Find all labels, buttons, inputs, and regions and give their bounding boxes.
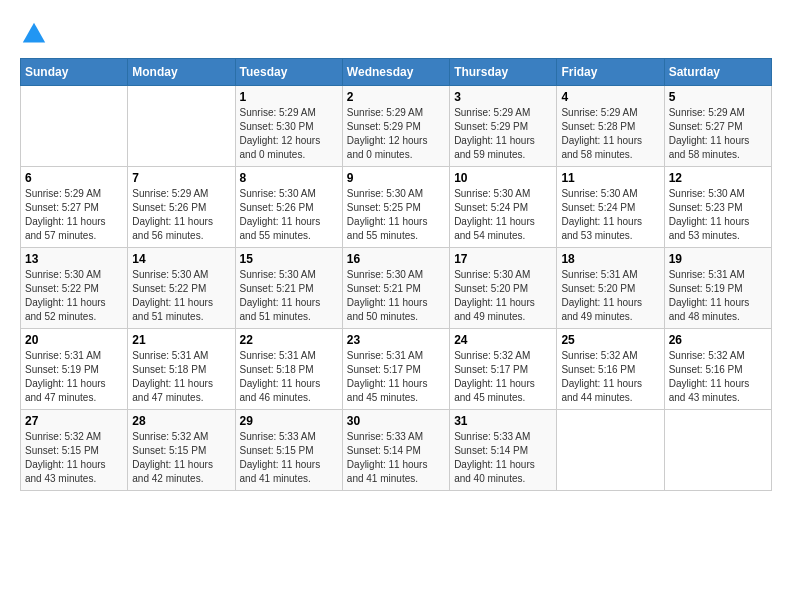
- day-number: 4: [561, 90, 659, 104]
- day-number: 29: [240, 414, 338, 428]
- day-info: Sunrise: 5:29 AMSunset: 5:29 PMDaylight:…: [347, 106, 445, 162]
- day-info: Sunrise: 5:30 AMSunset: 5:22 PMDaylight:…: [132, 268, 230, 324]
- calendar-cell: 24Sunrise: 5:32 AMSunset: 5:17 PMDayligh…: [450, 329, 557, 410]
- calendar-cell: 23Sunrise: 5:31 AMSunset: 5:17 PMDayligh…: [342, 329, 449, 410]
- calendar-cell: 13Sunrise: 5:30 AMSunset: 5:22 PMDayligh…: [21, 248, 128, 329]
- day-info: Sunrise: 5:30 AMSunset: 5:23 PMDaylight:…: [669, 187, 767, 243]
- calendar-cell: 21Sunrise: 5:31 AMSunset: 5:18 PMDayligh…: [128, 329, 235, 410]
- day-info: Sunrise: 5:32 AMSunset: 5:16 PMDaylight:…: [561, 349, 659, 405]
- day-number: 15: [240, 252, 338, 266]
- calendar-cell: 7Sunrise: 5:29 AMSunset: 5:26 PMDaylight…: [128, 167, 235, 248]
- day-number: 11: [561, 171, 659, 185]
- svg-marker-0: [23, 23, 45, 43]
- calendar-cell: 17Sunrise: 5:30 AMSunset: 5:20 PMDayligh…: [450, 248, 557, 329]
- day-number: 7: [132, 171, 230, 185]
- calendar-cell: 31Sunrise: 5:33 AMSunset: 5:14 PMDayligh…: [450, 410, 557, 491]
- calendar-body: 1Sunrise: 5:29 AMSunset: 5:30 PMDaylight…: [21, 86, 772, 491]
- calendar-cell: 18Sunrise: 5:31 AMSunset: 5:20 PMDayligh…: [557, 248, 664, 329]
- day-number: 16: [347, 252, 445, 266]
- calendar-cell: 28Sunrise: 5:32 AMSunset: 5:15 PMDayligh…: [128, 410, 235, 491]
- calendar-cell: 25Sunrise: 5:32 AMSunset: 5:16 PMDayligh…: [557, 329, 664, 410]
- day-number: 10: [454, 171, 552, 185]
- weekday-header-cell: Saturday: [664, 59, 771, 86]
- day-number: 14: [132, 252, 230, 266]
- day-number: 5: [669, 90, 767, 104]
- day-number: 21: [132, 333, 230, 347]
- day-info: Sunrise: 5:31 AMSunset: 5:18 PMDaylight:…: [240, 349, 338, 405]
- day-info: Sunrise: 5:30 AMSunset: 5:21 PMDaylight:…: [240, 268, 338, 324]
- day-info: Sunrise: 5:31 AMSunset: 5:20 PMDaylight:…: [561, 268, 659, 324]
- day-number: 8: [240, 171, 338, 185]
- calendar-week-row: 13Sunrise: 5:30 AMSunset: 5:22 PMDayligh…: [21, 248, 772, 329]
- calendar-cell: 2Sunrise: 5:29 AMSunset: 5:29 PMDaylight…: [342, 86, 449, 167]
- day-info: Sunrise: 5:30 AMSunset: 5:26 PMDaylight:…: [240, 187, 338, 243]
- day-info: Sunrise: 5:32 AMSunset: 5:17 PMDaylight:…: [454, 349, 552, 405]
- calendar-week-row: 6Sunrise: 5:29 AMSunset: 5:27 PMDaylight…: [21, 167, 772, 248]
- day-number: 12: [669, 171, 767, 185]
- calendar-cell: 19Sunrise: 5:31 AMSunset: 5:19 PMDayligh…: [664, 248, 771, 329]
- day-info: Sunrise: 5:33 AMSunset: 5:14 PMDaylight:…: [347, 430, 445, 486]
- calendar-cell: 26Sunrise: 5:32 AMSunset: 5:16 PMDayligh…: [664, 329, 771, 410]
- calendar-cell: [664, 410, 771, 491]
- day-info: Sunrise: 5:33 AMSunset: 5:14 PMDaylight:…: [454, 430, 552, 486]
- day-info: Sunrise: 5:31 AMSunset: 5:17 PMDaylight:…: [347, 349, 445, 405]
- calendar-cell: 15Sunrise: 5:30 AMSunset: 5:21 PMDayligh…: [235, 248, 342, 329]
- day-info: Sunrise: 5:29 AMSunset: 5:28 PMDaylight:…: [561, 106, 659, 162]
- day-number: 1: [240, 90, 338, 104]
- calendar-cell: 8Sunrise: 5:30 AMSunset: 5:26 PMDaylight…: [235, 167, 342, 248]
- day-number: 28: [132, 414, 230, 428]
- day-number: 9: [347, 171, 445, 185]
- day-number: 23: [347, 333, 445, 347]
- calendar-cell: 5Sunrise: 5:29 AMSunset: 5:27 PMDaylight…: [664, 86, 771, 167]
- day-number: 2: [347, 90, 445, 104]
- calendar-cell: 3Sunrise: 5:29 AMSunset: 5:29 PMDaylight…: [450, 86, 557, 167]
- day-info: Sunrise: 5:32 AMSunset: 5:15 PMDaylight:…: [132, 430, 230, 486]
- weekday-header-cell: Monday: [128, 59, 235, 86]
- day-info: Sunrise: 5:32 AMSunset: 5:16 PMDaylight:…: [669, 349, 767, 405]
- calendar-cell: 29Sunrise: 5:33 AMSunset: 5:15 PMDayligh…: [235, 410, 342, 491]
- day-info: Sunrise: 5:31 AMSunset: 5:18 PMDaylight:…: [132, 349, 230, 405]
- calendar-week-row: 1Sunrise: 5:29 AMSunset: 5:30 PMDaylight…: [21, 86, 772, 167]
- calendar-cell: [21, 86, 128, 167]
- calendar-cell: 1Sunrise: 5:29 AMSunset: 5:30 PMDaylight…: [235, 86, 342, 167]
- day-number: 24: [454, 333, 552, 347]
- day-info: Sunrise: 5:29 AMSunset: 5:29 PMDaylight:…: [454, 106, 552, 162]
- day-number: 30: [347, 414, 445, 428]
- day-info: Sunrise: 5:30 AMSunset: 5:24 PMDaylight:…: [561, 187, 659, 243]
- logo-icon: [20, 20, 48, 48]
- weekday-header-cell: Wednesday: [342, 59, 449, 86]
- calendar-cell: 6Sunrise: 5:29 AMSunset: 5:27 PMDaylight…: [21, 167, 128, 248]
- day-number: 27: [25, 414, 123, 428]
- calendar-cell: 12Sunrise: 5:30 AMSunset: 5:23 PMDayligh…: [664, 167, 771, 248]
- day-number: 31: [454, 414, 552, 428]
- day-info: Sunrise: 5:31 AMSunset: 5:19 PMDaylight:…: [669, 268, 767, 324]
- calendar-cell: [557, 410, 664, 491]
- weekday-header-cell: Thursday: [450, 59, 557, 86]
- calendar-cell: 30Sunrise: 5:33 AMSunset: 5:14 PMDayligh…: [342, 410, 449, 491]
- weekday-header-cell: Friday: [557, 59, 664, 86]
- calendar-cell: 10Sunrise: 5:30 AMSunset: 5:24 PMDayligh…: [450, 167, 557, 248]
- day-info: Sunrise: 5:30 AMSunset: 5:20 PMDaylight:…: [454, 268, 552, 324]
- day-info: Sunrise: 5:30 AMSunset: 5:21 PMDaylight:…: [347, 268, 445, 324]
- day-number: 25: [561, 333, 659, 347]
- day-number: 22: [240, 333, 338, 347]
- day-number: 13: [25, 252, 123, 266]
- calendar-cell: 4Sunrise: 5:29 AMSunset: 5:28 PMDaylight…: [557, 86, 664, 167]
- logo: [20, 20, 52, 48]
- calendar-cell: 14Sunrise: 5:30 AMSunset: 5:22 PMDayligh…: [128, 248, 235, 329]
- day-info: Sunrise: 5:32 AMSunset: 5:15 PMDaylight:…: [25, 430, 123, 486]
- calendar-cell: 16Sunrise: 5:30 AMSunset: 5:21 PMDayligh…: [342, 248, 449, 329]
- calendar-cell: 11Sunrise: 5:30 AMSunset: 5:24 PMDayligh…: [557, 167, 664, 248]
- day-number: 26: [669, 333, 767, 347]
- calendar-week-row: 20Sunrise: 5:31 AMSunset: 5:19 PMDayligh…: [21, 329, 772, 410]
- day-info: Sunrise: 5:29 AMSunset: 5:27 PMDaylight:…: [25, 187, 123, 243]
- day-number: 20: [25, 333, 123, 347]
- day-number: 17: [454, 252, 552, 266]
- calendar-cell: 22Sunrise: 5:31 AMSunset: 5:18 PMDayligh…: [235, 329, 342, 410]
- calendar-cell: 27Sunrise: 5:32 AMSunset: 5:15 PMDayligh…: [21, 410, 128, 491]
- day-info: Sunrise: 5:31 AMSunset: 5:19 PMDaylight:…: [25, 349, 123, 405]
- calendar-table: SundayMondayTuesdayWednesdayThursdayFrid…: [20, 58, 772, 491]
- page-header: [20, 20, 772, 48]
- day-number: 3: [454, 90, 552, 104]
- day-number: 18: [561, 252, 659, 266]
